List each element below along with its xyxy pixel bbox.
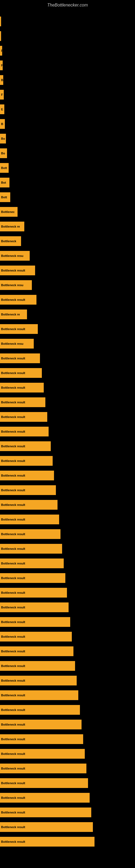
- bar: Bottleneck result: [0, 793, 90, 803]
- bar-row: Bottleneck result: [0, 513, 135, 527]
- bar-label: Bottleneck result: [1, 620, 25, 624]
- bar-row: Bottleneck result: [0, 410, 135, 424]
- bar: Bottleneck result: [0, 412, 47, 422]
- bar-row: Bottleneck result: [0, 644, 135, 658]
- bar-row: Bottleneck result: [0, 805, 135, 819]
- bar-label: F: [1, 49, 2, 52]
- bar-row: Bott: [0, 161, 135, 175]
- bar-label: Bot: [1, 181, 6, 184]
- bars-container: FFBFEBBoBoBottBotBottBottlenecBottleneck…: [0, 9, 135, 849]
- bar-label: Bottleneck result: [1, 577, 25, 580]
- bar: Bottleneck result: [0, 383, 44, 393]
- bar: Bottleneck re: [0, 222, 24, 231]
- bar: B: [0, 119, 5, 129]
- bar-row: Bottleneck result: [0, 425, 135, 439]
- bar-label: Bottleneck result: [1, 606, 25, 609]
- bar: Bottleneck resu: [0, 251, 30, 261]
- bar-row: Bottleneck result: [0, 688, 135, 702]
- bar-row: Bottleneck result: [0, 732, 135, 746]
- bar-label: Bottleneck resu: [1, 254, 24, 257]
- bar: Bot: [0, 178, 9, 187]
- bar-label: E: [1, 108, 3, 111]
- bar-row: Bottleneck: [0, 234, 135, 248]
- bar-row: [0, 14, 135, 29]
- bar-label: B: [1, 122, 3, 126]
- bar-row: [0, 29, 135, 43]
- bar-row: Bottleneck result: [0, 264, 135, 278]
- bar-label: F: [1, 64, 3, 67]
- bar-row: F: [0, 88, 135, 102]
- bar: Bottleneck result: [0, 573, 65, 583]
- bar: F: [0, 90, 4, 99]
- bar-label: Bottleneck result: [1, 796, 25, 799]
- bar: Bott: [0, 163, 9, 173]
- bar-row: Bottleneck result: [0, 659, 135, 673]
- bar-row: Bott: [0, 190, 135, 204]
- bar-row: B: [0, 73, 135, 87]
- bar-row: B: [0, 117, 135, 131]
- bar-label: Bottleneck result: [1, 708, 25, 712]
- bar-label: Bottleneck re: [1, 225, 20, 228]
- bar-row: Bottleneck result: [0, 600, 135, 614]
- bar: Bottleneck resu: [0, 280, 32, 290]
- bar-row: F: [0, 44, 135, 58]
- bar-label: Bottleneck result: [1, 430, 25, 433]
- bar-row: Bottleneck result: [0, 439, 135, 453]
- bar-label: Bottleneck result: [1, 269, 25, 272]
- bar: Bott: [0, 192, 10, 202]
- bar-label: Bottleneck result: [1, 767, 25, 770]
- bar-row: Bottleneck result: [0, 791, 135, 805]
- bar-label: Bottleneck resu: [1, 283, 24, 287]
- bar-row: Bottleneck result: [0, 586, 135, 600]
- bar-label: Bottleneck result: [1, 518, 25, 521]
- bar: [0, 17, 1, 26]
- bar-label: Bottleneck: [1, 240, 16, 243]
- bar-row: E: [0, 102, 135, 116]
- bar: Bottleneck result: [0, 690, 78, 700]
- bar-row: Bottleneck resu: [0, 278, 135, 292]
- bar-row: Bottleneck result: [0, 454, 135, 468]
- bar-row: Bottleneck result: [0, 629, 135, 644]
- bar-row: Bottleneck result: [0, 366, 135, 380]
- bar-label: Bottleneck result: [1, 401, 25, 404]
- bar-label: Bottleneck result: [1, 635, 25, 638]
- bar: Bottleneck result: [0, 544, 62, 554]
- bar: Bottleneck result: [0, 441, 51, 451]
- bar: Bottleneck result: [0, 368, 42, 378]
- bar: Bottleneck result: [0, 456, 53, 466]
- bar-row: Bottleneck result: [0, 542, 135, 556]
- bar: E: [0, 104, 4, 114]
- bar: Bottleneck re: [0, 310, 27, 319]
- bar-row: F: [0, 58, 135, 72]
- bar-label: Bottlenec: [1, 210, 14, 214]
- bar-row: Bottleneck result: [0, 571, 135, 585]
- bar: Bottleneck result: [0, 588, 67, 597]
- bar-row: Bo: [0, 131, 135, 146]
- bar: Bottleneck result: [0, 529, 60, 539]
- bar: Bo: [0, 134, 6, 144]
- bar: [0, 31, 1, 41]
- bar-row: Bottleneck result: [0, 703, 135, 717]
- bar: Bottleneck result: [0, 353, 40, 363]
- bar-label: Bottleneck resu: [1, 342, 24, 345]
- bar-row: Bottleneck result: [0, 293, 135, 307]
- bar: Bottleneck result: [0, 720, 82, 730]
- bar-label: Bottleneck result: [1, 738, 25, 741]
- bar-label: Bottleneck result: [1, 781, 25, 785]
- bar-label: Bottleneck result: [1, 415, 25, 418]
- bar: Bo: [0, 148, 7, 158]
- bar-row: Bottleneck result: [0, 395, 135, 409]
- bar: Bottleneck result: [0, 295, 37, 305]
- bar: Bottleneck result: [0, 602, 69, 612]
- bar-label: Bottleneck result: [1, 650, 25, 653]
- bar: Bottleneck result: [0, 764, 86, 773]
- bar: Bottleneck result: [0, 500, 57, 510]
- bar-label: Bottleneck result: [1, 562, 25, 565]
- bar-row: Bottleneck result: [0, 747, 135, 761]
- bar: Bottleneck result: [0, 558, 64, 568]
- bar-label: Bottleneck result: [1, 328, 25, 331]
- bar: Bottleneck result: [0, 661, 75, 671]
- bar-label: Bottleneck result: [1, 826, 25, 829]
- bar: Bottleneck result: [0, 807, 91, 817]
- bar-row: Bottleneck resu: [0, 337, 135, 351]
